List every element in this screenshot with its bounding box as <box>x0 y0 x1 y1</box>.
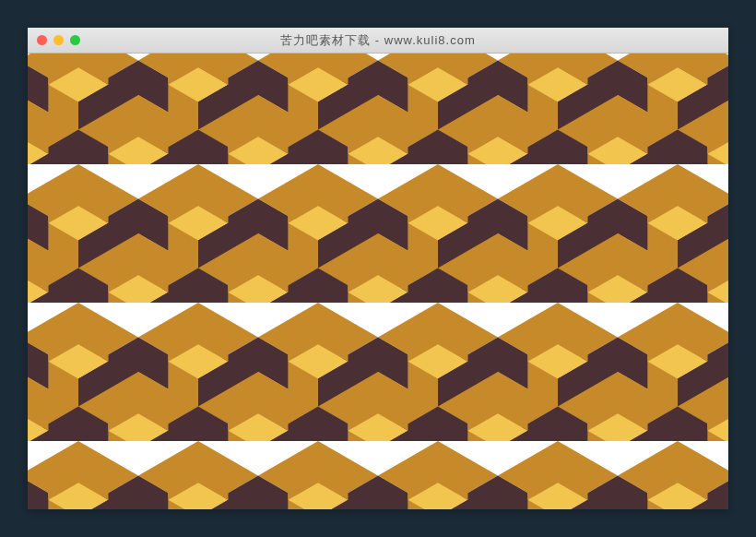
svg-rect-30 <box>28 54 728 509</box>
page-title: 苦力吧素材下载 - www.kuli8.com <box>28 32 728 49</box>
maximize-icon[interactable] <box>70 35 80 45</box>
traffic-lights <box>37 35 80 45</box>
titlebar: 苦力吧素材下载 - www.kuli8.com <box>28 28 728 54</box>
close-icon[interactable] <box>37 35 47 45</box>
browser-window: 苦力吧素材下载 - www.kuli8.com <box>28 28 728 509</box>
geometric-pattern <box>28 54 728 509</box>
minimize-icon[interactable] <box>53 35 64 45</box>
content-area <box>28 54 728 509</box>
